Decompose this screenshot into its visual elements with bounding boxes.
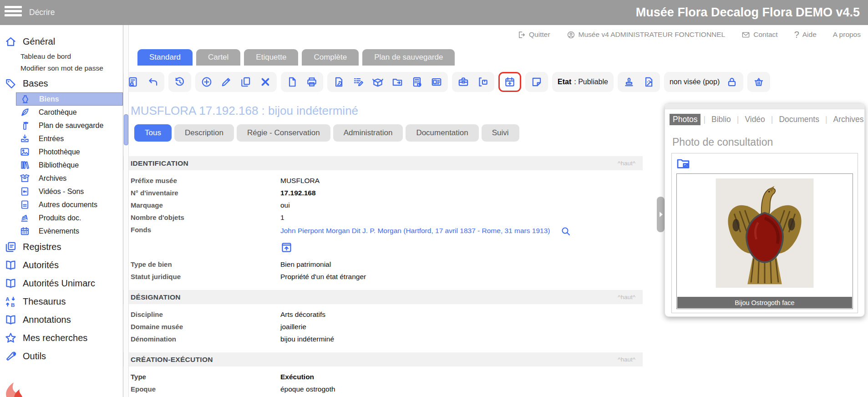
tab-cartel[interactable]: Cartel: [196, 49, 240, 66]
sidebar-label: Biens: [39, 95, 59, 103]
tab-complete[interactable]: Complète: [302, 49, 359, 66]
toolbar-group-basket: [747, 72, 770, 92]
note-icon[interactable]: [531, 76, 543, 88]
package-icon[interactable]: [372, 76, 384, 88]
sidebar-item-archives[interactable]: Archives: [16, 172, 123, 185]
sidebar-item-thesaurus[interactable]: AB Thesaurus: [0, 292, 123, 310]
sidebar-label: Plan de sauvegarde: [39, 122, 103, 130]
aide-link[interactable]: ? Aide: [794, 30, 817, 40]
hamburger-menu-icon[interactable]: [5, 6, 22, 18]
sidebar-item-produits-doc[interactable]: Produits doc.: [16, 211, 123, 224]
duplicate-icon[interactable]: [240, 76, 252, 88]
apropos-link[interactable]: A propos: [833, 31, 861, 39]
media-tab-video[interactable]: Vidéo: [741, 114, 768, 125]
edit-pencil-icon[interactable]: [220, 76, 232, 88]
photo-icon: [20, 147, 30, 157]
sidebar-item-autres-documents[interactable]: Autres documents: [16, 198, 123, 211]
visa-status-chip[interactable]: non visée (pop): [664, 72, 743, 92]
results-list-icon[interactable]: [127, 76, 139, 88]
sidebar-item-entrees[interactable]: Entrées: [16, 132, 123, 145]
sidebar-item-plan-de-sauvegarde[interactable]: Plan de sauvegarde: [16, 119, 123, 132]
media-tab-biblio[interactable]: Biblio: [708, 114, 734, 125]
quitter-link[interactable]: Quitter: [517, 31, 550, 39]
scrollbar-thumb[interactable]: [124, 114, 128, 145]
sidebar-item-annotations[interactable]: Annotations: [0, 310, 123, 329]
logout-icon: [517, 31, 526, 39]
subtab-regie-conservation[interactable]: Régie - Conservation: [237, 124, 330, 142]
sidebar-item-autorites-unimarc[interactable]: Autorités Unimarc: [0, 274, 123, 292]
media-tab-archives[interactable]: Archives: [830, 114, 867, 125]
history-icon[interactable]: [174, 76, 186, 88]
sidebar-item-carotheque[interactable]: Carothèque: [16, 106, 123, 119]
print-icon[interactable]: [306, 76, 318, 88]
media-tab-documents[interactable]: Documents: [776, 114, 822, 125]
sidebar-item-autorites[interactable]: Autorités: [0, 256, 123, 274]
sidebar-scrollbar[interactable]: [124, 25, 129, 397]
back-to-top-link[interactable]: ^haut^: [618, 356, 635, 363]
stamp-icon[interactable]: [623, 76, 635, 88]
case-icon[interactable]: [457, 76, 469, 88]
toolbar-group-edit: [195, 72, 277, 92]
sidebar-item-registres[interactable]: Registres: [0, 238, 123, 256]
sidebar-item-tableau-de-bord[interactable]: Tableau de bord: [0, 51, 123, 62]
tab-etiquette[interactable]: Etiquette: [244, 49, 298, 66]
back-to-top-link[interactable]: ^haut^: [618, 160, 635, 167]
mail-icon: [741, 31, 750, 39]
sidebar-item-modifier-mot-de-passe[interactable]: Modifier son mot de passe: [0, 62, 123, 74]
topbar-menu-decrire[interactable]: Décrire: [29, 0, 55, 25]
artifact-icon: [20, 94, 30, 104]
sidebar-item-bases[interactable]: Bases: [0, 74, 123, 92]
etat-status-chip[interactable]: Etat : Publiable: [552, 72, 614, 92]
move-folder-icon[interactable]: [391, 76, 403, 88]
subtab-tous[interactable]: Tous: [134, 124, 172, 142]
inventory-icon[interactable]: [411, 76, 423, 88]
sidebar-item-mes-recherches[interactable]: Mes recherches: [0, 329, 123, 347]
subtab-administration[interactable]: Administration: [333, 124, 403, 142]
back-to-top-link[interactable]: ^haut^: [618, 294, 635, 300]
attach-document-icon[interactable]: [333, 76, 345, 88]
field-row: Marquageoui: [122, 199, 643, 211]
tab-separator: |: [703, 115, 706, 124]
sidebar-item-outils[interactable]: Outils: [0, 347, 123, 365]
basket-icon[interactable]: [753, 76, 765, 88]
sidebar-item-general[interactable]: Général: [0, 32, 123, 51]
sidebar-item-evenements[interactable]: Evènements: [16, 224, 123, 238]
lock-icon[interactable]: [726, 76, 738, 88]
new-document-icon[interactable]: [286, 76, 298, 88]
sidebar-label: Outils: [23, 351, 46, 361]
sidebar-item-biens[interactable]: Biens: [16, 92, 123, 106]
add-icon[interactable]: [201, 76, 213, 88]
sidebar-item-phototheque[interactable]: Photothèque: [16, 145, 123, 158]
back-icon[interactable]: [147, 76, 159, 88]
toolbar-group-note: [525, 72, 548, 92]
stamp-document-icon[interactable]: [643, 76, 655, 88]
sidebar-label: Entrées: [39, 135, 64, 143]
panel-collapse-handle[interactable]: [657, 197, 665, 232]
subtab-description[interactable]: Description: [174, 124, 234, 142]
tab-standard[interactable]: Standard: [137, 49, 193, 66]
sidebar-item-videos-sons[interactable]: Vidéos - Sons: [16, 185, 123, 198]
subtab-documentation[interactable]: Documentation: [406, 124, 478, 142]
document-icon: [20, 199, 30, 210]
fonds-link[interactable]: John Pierpont Morgan Dit J. P. Morgan (H…: [280, 227, 550, 234]
field-label: Fonds: [131, 226, 280, 234]
user-menu[interactable]: Musée v4 ADMINISTRATEUR FONCTIONNEL: [567, 31, 726, 39]
open-book-icon: [5, 314, 17, 326]
calendar-plus-icon[interactable]: [504, 76, 516, 88]
delete-x-icon[interactable]: [259, 76, 271, 88]
paper-stack-icon: [20, 213, 30, 223]
tab-plan-de-sauvegarde[interactable]: Plan de sauvegarde: [362, 49, 455, 66]
open-window-icon[interactable]: [280, 241, 293, 254]
folder-image-icon[interactable]: [676, 156, 690, 171]
edit-list-icon[interactable]: [352, 76, 364, 88]
object-photo[interactable]: [714, 178, 815, 288]
id-card-icon[interactable]: [431, 76, 442, 88]
sidebar-item-bibliotheque[interactable]: Bibliothèque: [16, 158, 123, 172]
search-icon[interactable]: [560, 226, 571, 237]
contact-link[interactable]: Contact: [741, 31, 777, 39]
media-tab-photos[interactable]: Photos: [670, 114, 700, 125]
field-value: joaillerie: [280, 323, 643, 331]
panel-drag-strip[interactable]: [665, 103, 864, 109]
loan-box-icon[interactable]: [477, 76, 489, 88]
subtab-suivi[interactable]: Suivi: [482, 124, 519, 142]
